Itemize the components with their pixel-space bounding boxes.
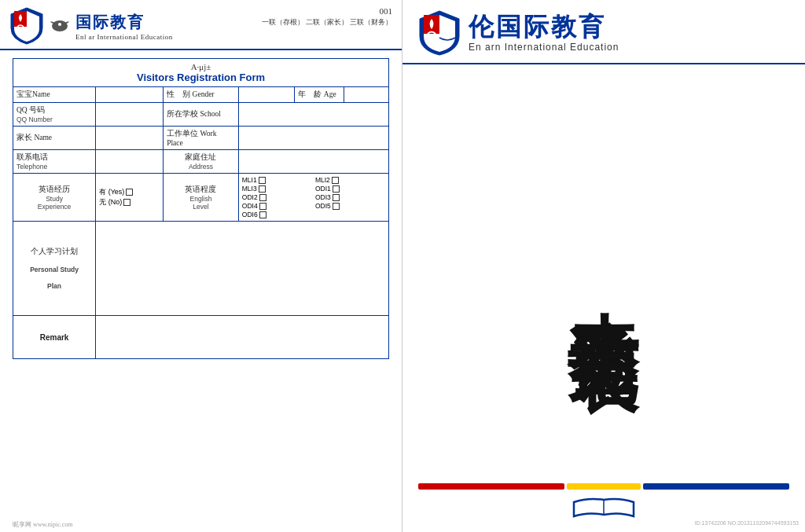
odi6-checkbox[interactable] — [259, 211, 266, 218]
bar-yellow — [567, 483, 640, 490]
baby-name-label: 宝宝Name — [13, 87, 96, 103]
right-panel: 伦国际教育 En arn International Education 来访登… — [402, 0, 805, 532]
table-row: 家长 Name 工作单位 Work Place — [13, 127, 389, 150]
org-name-en-left: Enl ar International Education — [75, 33, 173, 41]
mli2-checkbox[interactable] — [332, 177, 339, 184]
org-name-right: 伦国际教育 En arn International Education — [469, 14, 619, 53]
baby-name-value — [96, 87, 164, 103]
org-cn-right: 伦国际教育 — [469, 14, 619, 39]
personal-plan-label: 个人学习计划 Personal Study Plan — [13, 222, 96, 316]
mli3-checkbox[interactable] — [259, 185, 266, 193]
nipic-text: 昵享网 www.nipic.com — [13, 520, 73, 529]
age-value — [344, 87, 388, 103]
address-value — [238, 150, 388, 174]
shield-logo-left — [9, 6, 44, 46]
table-row: 个人学习计划 Personal Study Plan — [13, 222, 389, 316]
copies-info: 一联（存根） 二联（家长） 三联（财务） — [262, 18, 393, 26]
odi2-checkbox[interactable] — [259, 194, 266, 201]
no-checkbox[interactable] — [123, 199, 130, 206]
header-left-text: 国际教育 Enl ar International Education — [75, 12, 173, 41]
open-book-icon — [572, 496, 635, 519]
table-row: 宝宝Name 性 别 Gender 年 龄 Age — [13, 87, 389, 103]
shield-logo-right — [418, 9, 461, 57]
personal-plan-value — [96, 222, 389, 316]
gender-label: 性 别 Gender — [164, 87, 239, 103]
age-label: 年 龄 Age — [295, 87, 344, 103]
english-study-yesno: 有 (Yes) 无 (No) — [96, 174, 164, 222]
form-title-cn: A·μj± — [17, 62, 385, 72]
odi4-checkbox[interactable] — [259, 203, 266, 210]
svg-point-2 — [58, 23, 61, 26]
odi5-checkbox[interactable] — [333, 203, 340, 210]
qq-label: QQ 号码 QQ Number — [13, 103, 96, 127]
table-row: Remark — [13, 316, 389, 359]
nipic-watermark-area: 昵享网 www.nipic.com — [0, 517, 402, 532]
id-watermark: ID:13742206 NO:20131102094744593153 — [695, 520, 799, 526]
doc-number: 001 — [262, 6, 393, 16]
bar-blue — [643, 483, 789, 490]
telephone-label: 联系电话 Telephone — [13, 150, 96, 174]
bar-red — [418, 483, 564, 490]
form-title-en: Visitors Registration Form — [17, 72, 385, 83]
header-left: 国际教育 Enl ar International Education 001 … — [0, 0, 402, 50]
odi1-checkbox[interactable] — [333, 185, 340, 193]
table-row: 英语经历 Study Experience 有 (Yes) 无 (No) — [13, 174, 389, 222]
vertical-title-area: 来访登记表 — [568, 64, 639, 483]
gender-value — [238, 87, 295, 103]
school-value — [238, 103, 388, 127]
remark-label: Remark — [13, 316, 96, 359]
parent-name-value — [96, 127, 164, 150]
workplace-value — [238, 127, 388, 150]
vertical-title: 来访登记表 — [568, 255, 639, 294]
mli1-checkbox[interactable] — [259, 177, 266, 184]
odi3-checkbox[interactable] — [333, 194, 340, 201]
workplace-label: 工作单位 Work Place — [164, 127, 239, 150]
left-panel: 国际教育 Enl ar International Education 001 … — [0, 0, 402, 532]
registration-form: A·μj± Visitors Registration Form 宝宝Name … — [13, 58, 389, 359]
school-label: 所在学校 School — [164, 103, 239, 127]
qq-value — [96, 103, 164, 127]
english-level-checkboxes: MLI1 MLI2 MLI3 ODI1 ODI2 ODI3 ODI4 ODI5 … — [238, 174, 388, 222]
header-right-info: 001 一联（存根） 二联（家长） 三联（财务） — [262, 6, 393, 28]
color-bars — [418, 483, 789, 490]
telephone-value — [96, 150, 164, 174]
table-row: 联系电话 Telephone 家庭住址 Address — [13, 150, 389, 174]
org-name-cn-left: 国际教育 — [75, 12, 173, 33]
bird-icon-left — [49, 17, 71, 35]
form-title-row: A·μj± Visitors Registration Form — [13, 59, 389, 87]
english-study-label: 英语经历 Study Experience — [13, 174, 96, 222]
header-right: 伦国际教育 En arn International Education — [402, 0, 805, 64]
parent-name-label: 家长 Name — [13, 127, 96, 150]
org-en-right: En arn International Education — [469, 42, 619, 53]
english-level-label: 英语程度 English Level — [164, 174, 239, 222]
remark-value — [96, 316, 389, 359]
address-label: 家庭住址 Address — [164, 150, 239, 174]
table-row: QQ 号码 QQ Number 所在学校 School — [13, 103, 389, 127]
yes-checkbox[interactable] — [126, 189, 133, 196]
form-area: A·μj± Visitors Registration Form 宝宝Name … — [0, 50, 402, 517]
